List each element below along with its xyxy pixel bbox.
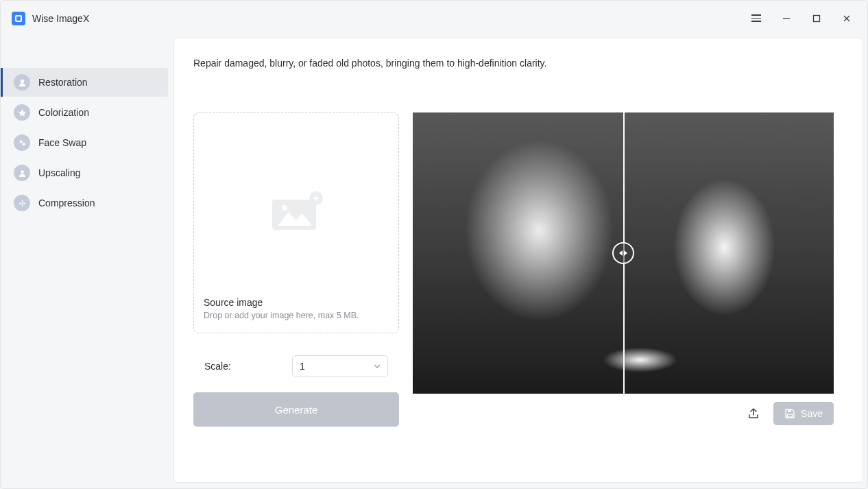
plus-icon: + [309,191,323,205]
svg-rect-1 [16,16,21,21]
scale-row: Scale: 1 [193,355,399,377]
svg-point-8 [22,143,25,145]
image-placeholder-icon: + [272,195,320,230]
share-button[interactable] [746,406,761,421]
source-image-dropzone[interactable]: + Source image Drop or add your image he… [193,112,399,333]
sidebar-item-colorization[interactable]: Colorization [1,98,168,127]
chevron-down-icon [374,361,381,372]
save-button[interactable]: Save [773,402,834,425]
sidebar-item-label: Face Swap [38,137,86,148]
arrow-right-icon [624,250,627,256]
scale-select[interactable]: 1 [292,355,388,377]
comparison-preview [413,112,834,394]
sidebar-item-label: Restoration [38,77,88,88]
comparison-slider-handle[interactable] [612,242,634,264]
colorization-icon [14,104,30,121]
close-icon [842,14,852,23]
generate-button[interactable]: Generate [193,392,399,427]
sidebar-item-upscaling[interactable]: Upscaling [1,158,168,187]
svg-rect-13 [788,414,793,417]
sidebar-item-label: Compression [38,198,95,208]
save-label: Save [801,408,823,419]
window-controls [741,8,862,29]
svg-point-11 [282,205,287,211]
restoration-icon [14,74,30,91]
minimize-button[interactable] [771,8,801,29]
menu-button[interactable] [741,8,771,29]
dropzone-subtitle: Drop or add your image here, max 5 MB. [204,311,359,320]
sidebar-item-restoration[interactable]: Restoration [1,68,168,97]
scale-value: 1 [300,361,305,372]
dropzone-title: Source image [204,297,263,308]
svg-marker-10 [278,212,312,226]
svg-rect-3 [814,15,820,21]
sidebar-item-label: Colorization [38,107,89,118]
sidebar-item-compression[interactable]: Compression [1,189,168,217]
titlebar: Wise ImageX [1,1,867,36]
svg-point-6 [20,79,24,83]
save-icon [784,408,795,419]
sidebar-item-face-swap[interactable]: Face Swap [1,128,168,157]
app-title: Wise ImageX [32,13,89,24]
share-icon [747,407,760,420]
maximize-button[interactable] [801,8,832,29]
scale-label: Scale: [204,361,231,372]
maximize-icon [812,14,821,23]
main-panel: Repair damaged, blurry, or faded old pho… [173,38,863,483]
compression-icon [14,195,30,211]
arrow-left-icon [619,250,623,256]
sidebar: Restoration Colorization Face Swap Upsca… [1,36,172,488]
close-button[interactable] [832,8,862,29]
svg-point-9 [21,170,24,174]
svg-rect-12 [788,409,791,412]
minimize-icon [782,14,791,23]
app-logo-icon [12,12,25,25]
svg-point-7 [19,140,22,143]
face-swap-icon [14,134,30,151]
upscaling-icon [14,165,30,181]
app-window: Wise ImageX Restoration [0,0,868,489]
page-description: Repair damaged, blurry, or faded old pho… [193,58,839,69]
hamburger-icon [751,14,761,22]
sidebar-item-label: Upscaling [38,167,80,178]
